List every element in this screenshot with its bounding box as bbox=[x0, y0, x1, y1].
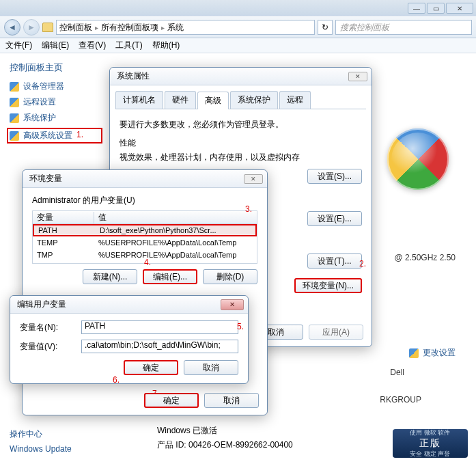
close-icon[interactable]: ✕ bbox=[244, 174, 263, 184]
dialog-body: Administrator 的用户变量(U) 3. 变量 值 PATH D:\s… bbox=[23, 188, 267, 291]
shield-icon bbox=[10, 82, 19, 92]
close-icon[interactable]: ✕ bbox=[348, 72, 367, 81]
breadcrumb[interactable]: 控制面板 ▸ 所有控制面板项 ▸ 系统 bbox=[56, 20, 315, 35]
change-settings-link[interactable]: 更改设置 bbox=[409, 347, 456, 359]
delete-button[interactable]: 删除(D) bbox=[203, 269, 257, 284]
dialog-title-text: 环境变量 bbox=[29, 173, 62, 184]
menu-edit[interactable]: 编辑(E) bbox=[42, 40, 69, 51]
settings-button-s[interactable]: 设置(S)... bbox=[307, 169, 362, 184]
activation-status: Windows 已激活 产品 ID: 00426-OEM-8992662-004… bbox=[157, 425, 293, 451]
menu-help[interactable]: 帮助(H) bbox=[152, 40, 180, 51]
search-input[interactable]: 搜索控制面板 bbox=[335, 20, 472, 35]
admin-warning-text: 要进行大多数更改，您必须作为管理员登录。 bbox=[120, 119, 362, 131]
main-content: 控制面板主页 设备管理器 远程设置 系统保护 高级系统设置 1. @ 2.50G… bbox=[0, 53, 476, 466]
back-button[interactable]: ◄ bbox=[4, 19, 20, 36]
perf-heading: 性能 bbox=[120, 137, 362, 149]
tab-hardware[interactable]: 硬件 bbox=[165, 91, 196, 109]
chevron-right-icon: ▸ bbox=[161, 24, 165, 31]
close-icon[interactable]: ✕ bbox=[221, 299, 244, 310]
dialog-title-text: 编辑用户变量 bbox=[17, 299, 66, 310]
cell-var: TEMP bbox=[33, 238, 94, 247]
maximize-button[interactable]: ▭ bbox=[427, 3, 445, 14]
action-center-link[interactable]: 操作中心 bbox=[10, 428, 72, 440]
workgroup-label: RKGROUP bbox=[380, 395, 421, 405]
variable-value-input[interactable]: .cal\atom\bin;D:\soft_add\MinGW\bin; bbox=[81, 340, 238, 353]
forward-button[interactable]: ► bbox=[23, 19, 40, 36]
menu-view[interactable]: 查看(V) bbox=[79, 40, 106, 51]
dialog-body: 变量名(N): PATH 5. 变量值(V): .cal\atom\bin;D:… bbox=[10, 314, 248, 382]
window-titlebar: — ▭ ✕ bbox=[0, 0, 476, 16]
sidebar-system-protection[interactable]: 系统保护 bbox=[10, 112, 102, 124]
apply-button[interactable]: 应用(A) bbox=[309, 325, 363, 340]
settings-button-e[interactable]: 设置(E)... bbox=[307, 211, 362, 226]
cell-var: TMP bbox=[33, 251, 94, 259]
menu-tools[interactable]: 工具(T) bbox=[115, 40, 142, 51]
ok-button[interactable]: 确定 bbox=[124, 360, 178, 375]
variable-name-input[interactable]: PATH bbox=[81, 320, 238, 334]
crumb-1[interactable]: 控制面板 bbox=[59, 22, 92, 33]
new-button[interactable]: 新建(N)... bbox=[83, 269, 137, 284]
crumb-3[interactable]: 系统 bbox=[167, 22, 184, 33]
badge-sub-text: 安全 稳定 声誉 bbox=[410, 450, 450, 458]
tab-advanced[interactable]: 高级 bbox=[197, 92, 229, 109]
annotation-2: 2. bbox=[359, 259, 366, 269]
product-id-text: 产品 ID: 00426-OEM-8992662-00400 bbox=[157, 439, 293, 451]
annotation-5: 5. bbox=[237, 322, 244, 331]
list-header: 变量 值 bbox=[32, 210, 257, 224]
annotation-1: 1. bbox=[76, 130, 83, 139]
cell-val: %USERPROFILE%\AppData\Local\Temp bbox=[94, 251, 257, 259]
windows-update-link[interactable]: Windows Update bbox=[10, 444, 72, 454]
shield-icon bbox=[10, 98, 19, 107]
sidebar-advanced-system-settings[interactable]: 高级系统设置 bbox=[7, 128, 102, 143]
edit-button[interactable]: 编辑(E)... bbox=[143, 269, 197, 284]
tab-remote[interactable]: 远程 bbox=[279, 91, 311, 109]
sidebar-remote-settings[interactable]: 远程设置 bbox=[10, 96, 102, 108]
perf-desc: 视觉效果，处理器计划，内存使用，以及虚拟内存 bbox=[120, 152, 362, 163]
oem-label: Dell bbox=[390, 368, 404, 377]
badge-main-text: 正版 bbox=[419, 437, 441, 450]
cell-val: %USERPROFILE%\AppData\Local\Temp bbox=[94, 238, 257, 247]
tab-system-protection[interactable]: 系统保护 bbox=[230, 91, 278, 109]
folder-icon bbox=[42, 23, 53, 32]
windows-logo-icon bbox=[387, 128, 449, 190]
minimize-button[interactable]: — bbox=[408, 3, 425, 14]
list-row-path[interactable]: PATH D:\soft_exe\Python\Python37\Scr... bbox=[33, 224, 257, 236]
chevron-right-icon: ▸ bbox=[95, 24, 98, 31]
cell-var: PATH bbox=[34, 226, 96, 234]
shield-icon bbox=[10, 131, 19, 141]
sidebar-device-manager[interactable]: 设备管理器 bbox=[10, 81, 102, 92]
menu-file[interactable]: 文件(F) bbox=[5, 40, 32, 51]
refresh-button[interactable]: ↻ bbox=[318, 20, 333, 35]
variable-name-label: 变量名(N): bbox=[20, 322, 74, 333]
menu-bar: 文件(F) 编辑(E) 查看(V) 工具(T) 帮助(H) bbox=[0, 38, 476, 53]
col-variable: 变量 bbox=[33, 212, 94, 223]
annotation-3: 3. bbox=[245, 204, 252, 214]
col-value: 值 bbox=[94, 212, 257, 223]
cancel-button[interactable]: 取消 bbox=[204, 393, 259, 408]
tab-computer-name[interactable]: 计算机名 bbox=[115, 91, 163, 109]
genuine-badge: 使用 微软 软件 正版 安全 稳定 声誉 bbox=[393, 429, 468, 458]
crumb-2[interactable]: 所有控制面板项 bbox=[101, 22, 158, 33]
settings-button-t[interactable]: 设置(T)... bbox=[307, 253, 362, 269]
dialog-title-text: 系统属性 bbox=[117, 70, 150, 82]
dialog-titlebar: 系统属性 ✕ bbox=[110, 68, 372, 85]
annotation-6: 6. bbox=[113, 375, 120, 385]
cell-val: D:\soft_exe\Python\Python37\Scr... bbox=[96, 226, 255, 234]
variable-value-label: 变量值(V): bbox=[20, 341, 74, 353]
badge-top-text: 使用 微软 软件 bbox=[410, 428, 450, 437]
ok-button[interactable]: 确定 bbox=[144, 393, 199, 408]
dialog-titlebar: 环境变量 ✕ bbox=[23, 170, 267, 188]
cancel-button[interactable]: 取消 bbox=[184, 360, 238, 375]
list-row-temp[interactable]: TEMP %USERPROFILE%\AppData\Local\Temp bbox=[33, 236, 257, 249]
cpu-info-text: @ 2.50GHz 2.50 bbox=[394, 253, 456, 262]
edit-user-variable-dialog: 编辑用户变量 ✕ 变量名(N): PATH 5. 变量值(V): .cal\at… bbox=[10, 295, 249, 384]
sidebar-title: 控制面板主页 bbox=[10, 61, 102, 74]
tabs-row: 计算机名 硬件 高级 系统保护 远程 bbox=[115, 91, 366, 109]
dialog-titlebar: 编辑用户变量 ✕ bbox=[10, 296, 248, 314]
close-button[interactable]: ✕ bbox=[446, 3, 473, 14]
user-variables-label: Administrator 的用户变量(U) bbox=[32, 195, 257, 206]
activation-text: Windows 已激活 bbox=[157, 425, 293, 437]
annotation-4: 4. bbox=[144, 258, 151, 267]
environment-variables-button[interactable]: 环境变量(N)... bbox=[294, 278, 362, 293]
sidebar-bottom-links: 操作中心 Windows Update bbox=[10, 424, 72, 454]
